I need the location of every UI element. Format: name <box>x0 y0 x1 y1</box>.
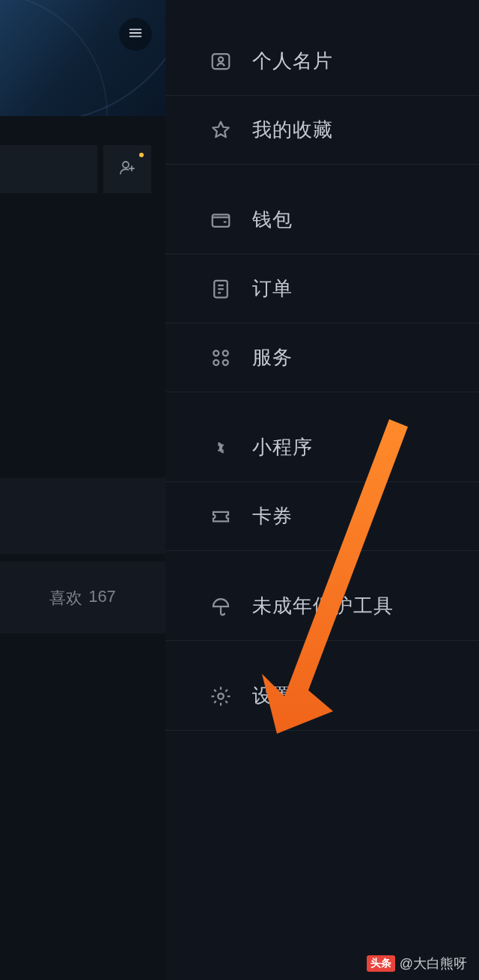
menu-label: 设置 <box>252 683 293 709</box>
svg-rect-3 <box>213 214 230 226</box>
menu-services[interactable]: 服务 <box>165 323 479 392</box>
star-icon <box>209 118 233 142</box>
hamburger-icon <box>127 25 144 44</box>
gear-icon <box>209 684 233 708</box>
menu-label: 小程序 <box>252 434 313 460</box>
menu-spacer <box>165 392 479 413</box>
menu-favorites[interactable]: 我的收藏 <box>165 96 479 165</box>
link-icon <box>209 436 233 460</box>
add-friend-icon <box>118 159 136 180</box>
likes-block: 喜欢 167 <box>0 561 165 633</box>
add-friend-button[interactable] <box>103 145 151 193</box>
menu-toggle-button[interactable] <box>119 18 152 51</box>
svg-point-6 <box>223 350 228 356</box>
menu-label: 个人名片 <box>252 48 333 74</box>
menu-mini-program[interactable]: 小程序 <box>165 413 479 482</box>
menu-minor-protection[interactable]: 未成年保护工具 <box>165 572 479 641</box>
side-drawer: 个人名片 我的收藏 钱包 订单 服务 小程序 卡 <box>165 0 479 980</box>
menu-label: 我的收藏 <box>252 117 333 143</box>
menu-label: 未成年保护工具 <box>252 593 394 619</box>
menu-coupons[interactable]: 卡券 <box>165 482 479 551</box>
umbrella-icon <box>209 594 233 618</box>
watermark-author: @大白熊呀 <box>400 955 467 973</box>
menu-settings[interactable]: 设置 <box>165 662 479 731</box>
menu-label: 服务 <box>252 344 293 371</box>
background-dim-area[interactable]: 喜欢 167 <box>0 0 165 980</box>
svg-point-7 <box>213 359 219 365</box>
svg-point-5 <box>213 350 219 356</box>
svg-point-8 <box>223 359 228 365</box>
document-icon <box>209 277 233 301</box>
menu-business-card[interactable]: 个人名片 <box>165 27 479 96</box>
menu-orders[interactable]: 订单 <box>165 255 479 323</box>
wallet-icon <box>209 208 233 232</box>
menu-wallet[interactable]: 钱包 <box>165 186 479 255</box>
menu-spacer <box>165 551 479 572</box>
likes-count: 167 <box>88 587 116 609</box>
menu-spacer <box>165 165 479 186</box>
menu-label: 订单 <box>252 276 293 302</box>
watermark-badge: 头条 <box>367 955 395 972</box>
menu-label: 钱包 <box>252 207 293 233</box>
grid-icon <box>209 346 233 370</box>
svg-point-2 <box>219 57 223 61</box>
watermark: 头条 @大白熊呀 <box>367 955 467 973</box>
profile-banner <box>0 0 165 116</box>
menu-spacer <box>165 641 479 662</box>
menu-label: 卡券 <box>252 503 293 529</box>
svg-point-0 <box>123 162 129 168</box>
stats-bar <box>0 145 97 193</box>
content-block <box>0 478 165 554</box>
id-card-icon <box>209 49 233 73</box>
svg-point-9 <box>218 693 224 699</box>
ticket-icon <box>209 505 233 529</box>
likes-label: 喜欢 <box>49 587 82 609</box>
